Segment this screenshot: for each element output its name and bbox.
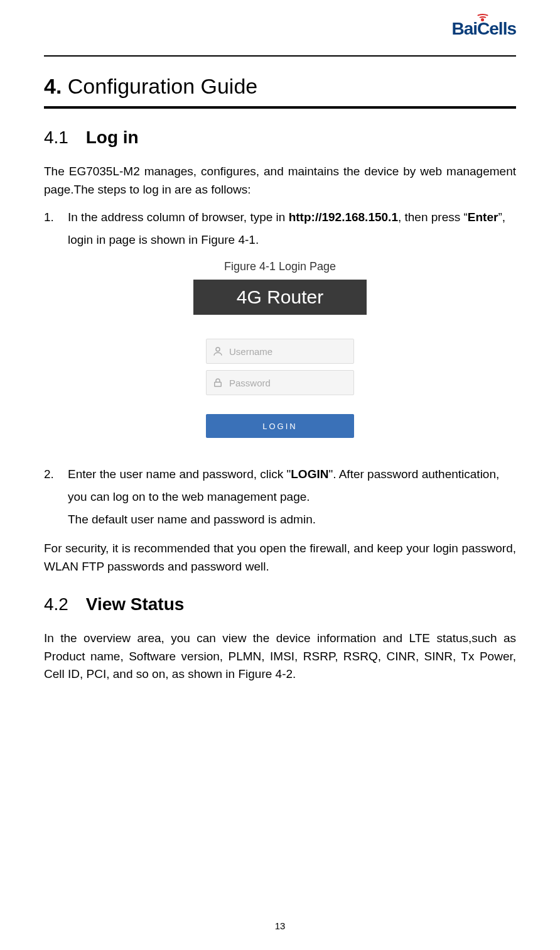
login-steps: 1. In the address column of browser, typ… bbox=[44, 206, 516, 251]
username-row[interactable] bbox=[206, 339, 354, 364]
section-4-2-title: 4.2 View Status bbox=[44, 594, 516, 614]
lock-icon bbox=[207, 377, 229, 388]
chapter-title: 4. Configuration Guide bbox=[44, 74, 516, 99]
login-steps-2: 2. Enter the user name and password, cli… bbox=[44, 463, 516, 531]
step-1: 1. In the address column of browser, typ… bbox=[44, 206, 516, 251]
router-banner: 4G Router bbox=[193, 280, 367, 315]
login-figure: 4G Router L bbox=[44, 280, 516, 438]
wifi-icon bbox=[476, 14, 490, 21]
section-name: Log in bbox=[86, 128, 139, 147]
step-1-url: http://192.168.150.1 bbox=[289, 210, 398, 224]
step-number: 2. bbox=[44, 463, 54, 486]
step-1-text-b: , then press “ bbox=[398, 210, 468, 224]
username-input[interactable] bbox=[229, 346, 353, 357]
login-form: LOGIN bbox=[206, 339, 354, 438]
step-number: 1. bbox=[44, 206, 54, 229]
section-number: 4.2 bbox=[44, 594, 68, 614]
section-number: 4.1 bbox=[44, 128, 68, 147]
security-note: For security, it is recommended that you… bbox=[44, 540, 516, 576]
step-2-key: LOGIN bbox=[291, 467, 328, 481]
section-name: View Status bbox=[86, 594, 185, 614]
figure-4-1-caption: Figure 4-1 Login Page bbox=[44, 260, 516, 273]
chapter-name: Configuration Guide bbox=[68, 74, 257, 98]
logo-part2: Cells bbox=[477, 19, 516, 38]
password-row[interactable] bbox=[206, 370, 354, 395]
section-4-1-title: 4.1 Log in bbox=[44, 128, 516, 148]
brand-logo: BaiCells bbox=[451, 19, 516, 39]
step-1-key: Enter bbox=[468, 210, 498, 224]
logo-part1: Bai bbox=[451, 19, 477, 38]
svg-rect-1 bbox=[215, 382, 222, 386]
user-icon bbox=[207, 346, 229, 357]
login-button[interactable]: LOGIN bbox=[206, 414, 354, 438]
step-1-text-a: In the address column of browser, type i… bbox=[68, 210, 289, 224]
page-header: BaiCells bbox=[44, 13, 516, 57]
section-4-2-body: In the overview area, you can view the d… bbox=[44, 630, 516, 684]
step-2-note: The default user name and password is ad… bbox=[68, 508, 516, 531]
chapter-divider bbox=[44, 106, 516, 109]
page-number: 13 bbox=[0, 920, 560, 931]
svg-point-0 bbox=[216, 347, 220, 351]
step-2-text-a: Enter the user name and password, click … bbox=[68, 467, 291, 481]
section-4-1-intro: The EG7035L-M2 manages, configures, and … bbox=[44, 163, 516, 199]
chapter-number: 4. bbox=[44, 74, 62, 98]
password-input[interactable] bbox=[229, 378, 353, 388]
step-2: 2. Enter the user name and password, cli… bbox=[44, 463, 516, 531]
